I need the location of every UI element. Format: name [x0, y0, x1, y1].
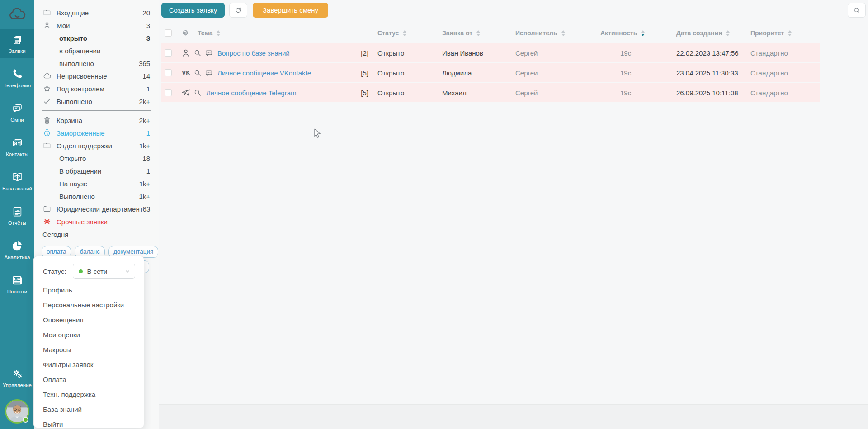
header-checkbox-cell	[161, 29, 179, 37]
user-dropdown-menu: Статус: В сети ПрофильПерсональные настр…	[33, 256, 144, 428]
folder-label: открыто	[59, 34, 87, 42]
manage-icon	[11, 368, 24, 380]
create-ticket-button[interactable]: Создать заявку	[161, 3, 225, 18]
folder-item[interactable]: Отдел поддержки1k+	[34, 139, 159, 152]
folder-item[interactable]: Сегодня	[34, 228, 159, 240]
app-nav-rail: ЗаявкиТелефонияОмниКонтактыБаза знанийОт…	[0, 0, 34, 429]
column-label[interactable]: Исполнитель	[515, 29, 557, 37]
app-logo-cloud-icon[interactable]	[7, 5, 28, 25]
folder-label: Выполнено	[59, 193, 95, 200]
folder-count: 1	[146, 129, 150, 137]
user-menu-item[interactable]: Макросы	[43, 342, 137, 357]
folder-item[interactable]: Срочные заявки	[34, 215, 159, 228]
priority-cell: Стандартно	[750, 89, 820, 97]
requester-cell-value: Михаил	[442, 89, 467, 97]
folder-label: Открыто	[59, 155, 86, 162]
tickets-main: Создать заявку Завершить смену ТемаСтату…	[159, 0, 868, 429]
ticket-subject-link[interactable]: Личное сообщение VKontakte	[217, 69, 311, 77]
ticket-subject-link[interactable]: Личное сообщение Telegram	[206, 89, 297, 97]
folder-item[interactable]: выполнено365	[34, 57, 159, 70]
folder-item[interactable]: Корзина2k+	[34, 114, 159, 127]
folder-item[interactable]: В обращении1	[34, 165, 159, 177]
folder-item[interactable]: в обращении	[34, 44, 159, 57]
folder-item[interactable]: Входящие20	[34, 6, 159, 19]
folder-count: 1k+	[139, 142, 150, 150]
end-shift-button[interactable]: Завершить смену	[253, 3, 328, 18]
folder-item[interactable]: Под контролем1	[34, 82, 159, 95]
sidebar-item-omni[interactable]: Омни	[0, 98, 34, 127]
user-menu-item[interactable]: Мои оценки	[43, 327, 137, 342]
telegram-icon	[181, 88, 191, 98]
search-button[interactable]	[848, 3, 866, 18]
user-avatar[interactable]	[5, 399, 29, 424]
sort-arrows-icon[interactable]	[641, 30, 645, 36]
row-checkbox[interactable]	[165, 49, 172, 57]
column-label[interactable]: Заявка от	[442, 29, 472, 37]
folder-item[interactable]: Неприсвоенные14	[34, 70, 159, 82]
refresh-button[interactable]	[229, 3, 247, 18]
user-menu-item[interactable]: База знаний	[43, 402, 137, 417]
status-value: В сети	[87, 268, 108, 275]
requester-cell-value: Людмила	[442, 69, 472, 77]
tickets-table: ТемаСтатусЗаявка отИсполнительАктивность…	[161, 25, 820, 103]
user-menu-item[interactable]: Персональные настройки	[43, 297, 137, 312]
sort-arrows-icon[interactable]	[561, 30, 565, 36]
folder-count: 14	[142, 72, 150, 80]
folder-item[interactable]: Выполнено2k+	[34, 95, 159, 108]
magnifier-icon	[193, 48, 202, 57]
sidebar-item-otchety[interactable]: Отчёты	[0, 201, 34, 230]
user-menu-item[interactable]: Выйти	[43, 417, 137, 429]
person-icon	[181, 48, 191, 58]
ticket-row[interactable]: VKЛичное сообщение VKontakte[5]ОткрытоЛю…	[161, 63, 820, 82]
ticket-row[interactable]: Личное сообщение Telegram[5]ОткрытоМихаи…	[161, 83, 820, 102]
sort-arrows-icon[interactable]	[788, 30, 792, 36]
column-label[interactable]: Дата создания	[676, 29, 722, 37]
folder-count: 1	[146, 85, 150, 93]
nav-item-label: Телефония	[4, 83, 31, 88]
folder-item[interactable]: Мои3	[34, 19, 159, 32]
column-label[interactable]: Активность	[600, 29, 637, 37]
user-menu-item[interactable]: Профиль	[43, 283, 137, 297]
subject-cell: VKЛичное сообщение VKontakte[5]	[179, 68, 377, 78]
column-label[interactable]: Приоритет	[750, 29, 784, 37]
row-checkbox[interactable]	[165, 69, 172, 76]
sidebar-item-kontakty[interactable]: Контакты	[0, 132, 34, 161]
user-menu-item[interactable]: Техн. поддержка	[43, 387, 137, 402]
sidebar-item-novosti[interactable]: Новости	[0, 269, 34, 298]
status-label: Статус:	[43, 268, 66, 275]
chat-icon	[204, 68, 213, 77]
sort-arrows-icon[interactable]	[726, 30, 730, 36]
sidebar-item-zayavki[interactable]: Заявки	[0, 29, 34, 58]
column-label[interactable]: Тема	[198, 29, 212, 37]
status-select[interactable]: В сети	[73, 264, 135, 279]
column-label[interactable]: Статус	[377, 29, 399, 37]
folder-item[interactable]: Замороженные1	[34, 127, 159, 139]
row-checkbox[interactable]	[165, 89, 172, 96]
folder-item[interactable]: На паузе1k+	[34, 177, 159, 190]
sort-arrows-icon[interactable]	[217, 30, 220, 36]
folder-item[interactable]: открыто3	[34, 32, 159, 44]
folder-item[interactable]: Юридический департамент63	[34, 203, 159, 215]
select-all-checkbox[interactable]	[165, 29, 172, 37]
trash-icon	[42, 116, 52, 125]
sidebar-item-baza-znaniy[interactable]: База знаний	[0, 166, 34, 195]
ticket-subject-link[interactable]: Вопрос по базе знаний	[217, 49, 290, 57]
folder-count: 3	[146, 34, 150, 42]
sort-arrows-icon[interactable]	[403, 30, 406, 36]
user-menu-item[interactable]: Фильтры заявок	[43, 357, 137, 372]
user-menu-item[interactable]: Оплата	[43, 372, 137, 387]
sidebar-item-analitika[interactable]: Аналитика	[0, 235, 34, 264]
sidebar-item-telefoniya[interactable]: Телефония	[0, 63, 34, 92]
ticket-row[interactable]: Вопрос по базе знаний[2]ОткрытоИван Иван…	[161, 43, 820, 62]
row-checkbox-cell	[161, 69, 179, 76]
folder-item[interactable]: Открыто18	[34, 152, 159, 165]
chat-icon	[204, 48, 213, 57]
sort-arrows-icon[interactable]	[476, 30, 480, 36]
user-menu-item[interactable]: Оповещения	[43, 312, 137, 327]
folder-label: Мои	[57, 22, 70, 29]
sidebar-item-upravlenie[interactable]: Управление	[0, 363, 34, 392]
folder-item[interactable]: Выполнено1k+	[34, 190, 159, 203]
table-header: ТемаСтатусЗаявка отИсполнительАктивность…	[161, 25, 820, 41]
status-cell-value: Открыто	[377, 69, 404, 77]
assignee-cell-value: Сергей	[515, 49, 538, 57]
